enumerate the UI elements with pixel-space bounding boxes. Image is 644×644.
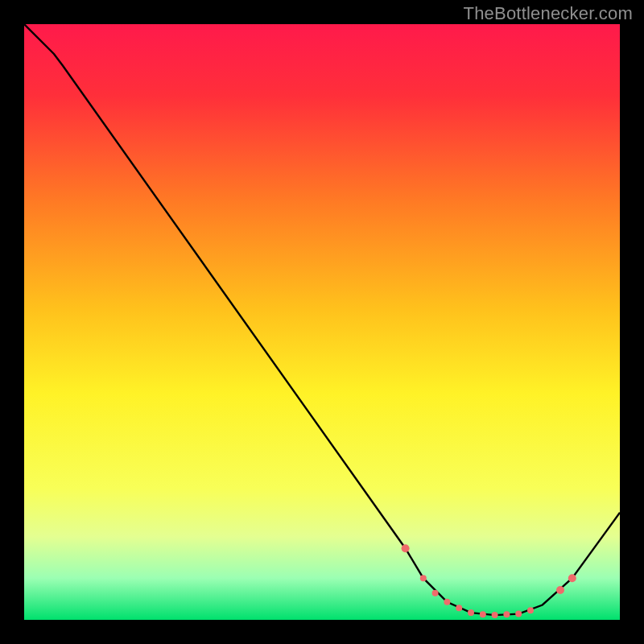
attribution-label: TheBottlenecker.com [464,3,633,24]
curve-marker [568,574,576,582]
curve-marker [468,609,474,616]
curve-marker [456,605,462,611]
curve-marker [515,611,522,617]
curve-marker [444,599,450,605]
chart-frame: TheBottlenecker.com [0,0,644,644]
curve-marker [432,590,439,597]
curve-marker [480,611,486,617]
curve-marker [503,611,510,617]
curve-marker [402,544,410,552]
curve-marker [420,575,427,581]
bottleneck-chart [24,24,620,620]
curve-marker [492,612,498,618]
curve-marker [527,607,534,613]
plot-area [24,24,620,620]
gradient-background [24,24,620,620]
curve-marker [556,586,564,594]
